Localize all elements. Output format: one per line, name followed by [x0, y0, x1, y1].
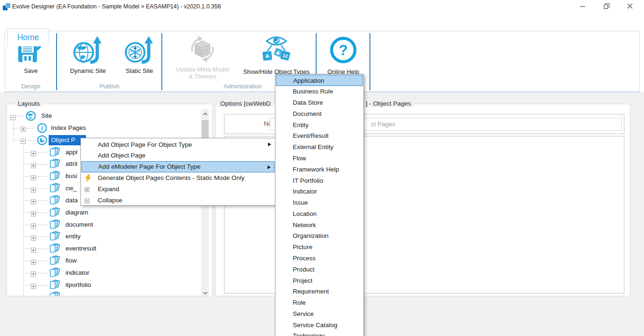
scroll-down-button[interactable]: [201, 288, 209, 296]
tree-expander-minus[interactable]: [10, 114, 15, 119]
tree-expander-plus[interactable]: [31, 198, 36, 203]
submenu-item[interactable]: Data Store: [276, 97, 363, 108]
tree-connector: [23, 225, 31, 225]
tree-connector: [36, 213, 48, 213]
tree-expander-plus[interactable]: [31, 210, 36, 215]
tree-expander-plus[interactable]: [31, 282, 36, 287]
submenu-item[interactable]: Event/Result: [276, 130, 363, 142]
submenu-item[interactable]: Location: [276, 208, 363, 219]
submenu-item[interactable]: Organization: [276, 230, 363, 242]
tree-item-label[interactable]: cw_: [65, 184, 77, 193]
submenu-item[interactable]: IT Portfolio: [276, 175, 363, 186]
submenu-item[interactable]: Framework Help: [276, 164, 363, 175]
static-site-label: Static Site: [119, 67, 160, 74]
submenu-item[interactable]: Application: [276, 75, 363, 86]
tree-expander-plus[interactable]: [31, 174, 36, 179]
tree-item-label[interactable]: data: [65, 196, 78, 205]
pages-stack-icon: [48, 291, 61, 296]
tree-item-label[interactable]: busi: [65, 172, 77, 180]
context-menu-item[interactable]: Expand: [81, 183, 275, 194]
submenu-item[interactable]: Entity: [276, 119, 363, 130]
group-label-publish: Publish: [57, 83, 162, 90]
tree-expander-plus[interactable]: [31, 246, 36, 251]
submenu-item-label: Framework Help: [293, 166, 339, 173]
submenu-item-label: Flow: [293, 155, 306, 162]
tree-connector: [23, 213, 31, 213]
tree-item-label[interactable]: diagram: [65, 208, 88, 217]
submenu-item[interactable]: Process: [276, 253, 363, 264]
submenu-item-label: IT Portfolio: [293, 177, 323, 184]
submenu-item-label: Issue: [293, 199, 308, 206]
context-menu-item[interactable]: Add Object Page For Object Type: [81, 139, 275, 150]
node-name-value: ct Pages: [371, 121, 396, 128]
tree-expander-plus[interactable]: [31, 234, 36, 239]
tree-item-label[interactable]: attril: [65, 160, 78, 168]
tree-item-label[interactable]: itportfolio: [65, 281, 91, 289]
pages-stack-icon: [48, 243, 61, 254]
submenu-item-label: Event/Result: [293, 132, 329, 139]
tree-connector: [36, 188, 48, 189]
title-bar: Evolve Designer (EA Foundation - Sample …: [0, 0, 644, 14]
context-menu-item[interactable]: Collapse: [81, 194, 275, 206]
tree-expander-plus[interactable]: [31, 162, 36, 167]
submenu-item-label: Organization: [293, 232, 329, 239]
submenu-item-label: Role: [293, 299, 306, 306]
submenu-item[interactable]: Flow: [276, 153, 363, 164]
tree-expander-plus[interactable]: [31, 150, 36, 155]
tree-expander-plus[interactable]: [31, 258, 36, 264]
submenu-item[interactable]: Role: [276, 297, 363, 308]
tree-connector: [23, 261, 31, 261]
evolve-logo-icon: [2, 3, 11, 13]
submenu-item[interactable]: External Entity: [276, 142, 363, 153]
context-menu-item[interactable]: Generate Object Pages Contents - Static …: [81, 172, 275, 183]
dynamic-site-button[interactable]: [67, 36, 109, 67]
tree-expander-plus[interactable]: [21, 125, 26, 130]
submenu-item[interactable]: Technology: [276, 330, 363, 336]
tree-expander-minus[interactable]: [21, 137, 26, 143]
tree-item-label[interactable]: indicator: [65, 269, 89, 277]
tree-item-label[interactable]: eventresult: [65, 244, 96, 253]
submenu-item[interactable]: Project: [276, 275, 363, 286]
tree-item-label[interactable]: entity: [65, 232, 80, 241]
tab-home[interactable]: Home: [7, 29, 49, 46]
submenu-item[interactable]: Indicator: [276, 186, 363, 197]
tree-expander-plus[interactable]: [31, 270, 36, 275]
submenu-item[interactable]: Issue: [276, 197, 363, 208]
submenu-item[interactable]: Service: [276, 308, 363, 319]
tree-expander-plus[interactable]: [31, 222, 36, 227]
restore-icon: [604, 2, 610, 11]
online-help-button[interactable]: ?: [321, 37, 366, 66]
tree-item-label[interactable]: Object P: [51, 136, 75, 144]
tree-item-label[interactable]: Site: [41, 112, 52, 120]
static-site-button[interactable]: [119, 36, 160, 67]
close-button[interactable]: [622, 0, 638, 13]
question-circle-icon: ?: [329, 36, 357, 66]
show-hide-object-types-button[interactable]: A 12: [241, 35, 312, 66]
submenu-item-label: Indicator: [293, 188, 317, 195]
tree-expander-plus[interactable]: [31, 186, 36, 191]
submenu-item[interactable]: Product: [276, 264, 363, 275]
submenu-item[interactable]: Requirement: [276, 286, 363, 297]
tree-item-label[interactable]: appl: [65, 148, 78, 157]
menu-item-label: Generate Object Pages Contents - Static …: [98, 174, 245, 181]
submenu-item[interactable]: Service Catalog: [276, 319, 363, 330]
svg-text:?: ?: [339, 42, 348, 58]
submenu-item[interactable]: Network: [276, 219, 363, 230]
pages-stack-icon: [48, 255, 61, 266]
submenu-arrow-icon: [268, 165, 271, 169]
restore-button[interactable]: [599, 0, 615, 13]
context-menu-item[interactable]: Add eModeler Page For Object Type: [81, 161, 275, 172]
tree-item-label[interactable]: flow: [65, 257, 77, 265]
scroll-up-button[interactable]: [201, 109, 209, 117]
submenu-item[interactable]: Business Rule: [276, 86, 363, 97]
submenu-item[interactable]: Picture: [276, 242, 363, 253]
tree-item-label[interactable]: document: [65, 221, 93, 229]
minimize-button[interactable]: [575, 0, 591, 13]
tree-item-label[interactable]: Index Pages: [51, 124, 86, 132]
submenu-item[interactable]: Document: [276, 108, 363, 119]
collapse-box-icon: [85, 197, 89, 205]
context-menu-item[interactable]: Add Object Page: [81, 150, 275, 161]
update-meta-model-button[interactable]: [173, 36, 232, 65]
tree-connector: [13, 140, 21, 141]
globe-upload-icon: [72, 35, 104, 67]
